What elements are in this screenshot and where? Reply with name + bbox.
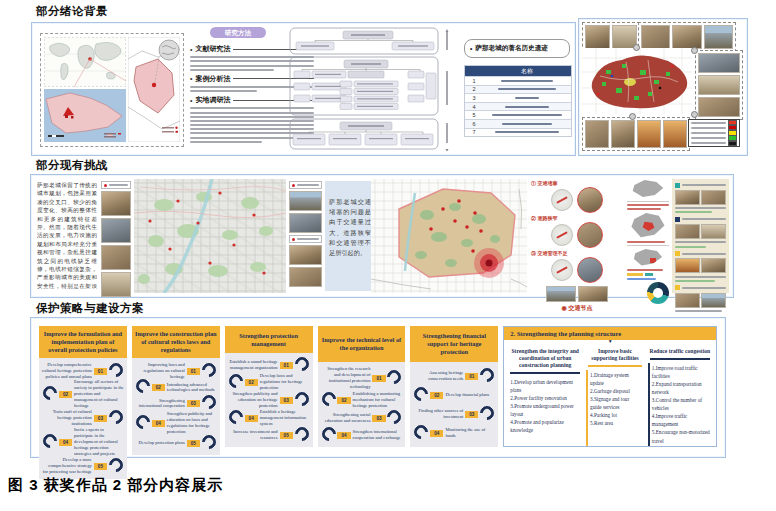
timeline-entry <box>675 216 726 247</box>
planning-column-header: Reduce traffic congestion <box>648 346 712 358</box>
strategy-item: Finding other sources of investment03 <box>413 406 495 422</box>
planning-column-header: Improve basic supporting facilities <box>586 346 644 365</box>
panel-oldcity-map <box>578 18 748 156</box>
ring-icon <box>199 360 219 380</box>
item-number-badge: 05 <box>280 432 293 439</box>
traffic-node-label: ◉ 交通节点 <box>531 304 623 313</box>
item-number-badge: 03 <box>280 397 293 404</box>
strategy-card: Improve the technical level of the organ… <box>318 326 406 447</box>
table-row: 4 <box>465 102 571 111</box>
research-methods-badge: 研究方法 <box>210 27 266 38</box>
photo <box>101 218 131 243</box>
strategy-item: 02Develop financial plans <box>413 387 495 403</box>
panel-strategies: Improve the formulation and implementati… <box>30 317 726 458</box>
planning-structure-card: 2. Strengthening the planning structure … <box>503 326 717 447</box>
world-map <box>44 37 126 87</box>
strategy-item: Strengthen the research and development … <box>321 366 403 390</box>
strategy-item: Strengthen publicity and education on he… <box>228 391 310 409</box>
strategy-item: Improving laws and regulations on cultur… <box>135 362 217 380</box>
card-title: Improve the formulation and implementati… <box>39 326 127 358</box>
ring-icon <box>385 367 405 387</box>
item-number-badge: 04 <box>430 430 443 437</box>
ring-icon <box>133 377 153 397</box>
photo-strip <box>289 181 322 287</box>
panel-intro-background: 研究方法 • 文献研究法 • 案例分析法 • 实地调研法 <box>31 22 576 156</box>
strategy-item: Develop protection plans05 <box>135 435 217 451</box>
card-body: Develop comprehensive cultural heritage … <box>39 358 127 479</box>
photo-strip <box>101 181 131 297</box>
strategy-item: 04Establish a heritage management inform… <box>228 409 310 427</box>
strategy-item: 02Develop laws and regulations for herit… <box>228 373 310 391</box>
strategy-card: Strengthening financial support for heri… <box>410 326 498 447</box>
planning-list: 1.Develop urban development plans 2.Powe… <box>508 377 582 446</box>
yemen-map <box>44 89 126 142</box>
item-number-badge: 03 <box>372 415 385 422</box>
ring-icon <box>477 365 497 385</box>
figure-caption: 图 3 获奖作品 2 部分内容展示 <box>8 476 223 495</box>
legend-chip <box>728 141 737 146</box>
photo-circle <box>577 257 603 283</box>
item-number-badge: 04 <box>245 415 258 422</box>
table-row: 7 <box>465 128 571 137</box>
timeline-marker <box>675 183 680 188</box>
ring-icon <box>292 389 312 409</box>
photo <box>289 213 322 233</box>
ring-icon <box>412 384 432 404</box>
photo <box>289 267 322 287</box>
country-shape <box>631 179 665 199</box>
photo <box>675 258 700 273</box>
timeline-entry <box>675 182 726 213</box>
strip-label <box>101 181 131 189</box>
strategy-item: 02Encourage all sectors of society to pa… <box>42 379 124 409</box>
item-number-badge: 02 <box>245 379 258 386</box>
strategy-card: Strengthen protection management Establi… <box>225 326 313 447</box>
ring-icon <box>385 407 405 427</box>
photo <box>701 224 726 239</box>
ring-icon <box>292 424 312 444</box>
strategy-card: Improve the construction plan of cultura… <box>132 326 220 447</box>
item-number-badge: 02 <box>152 384 165 391</box>
country-silhouette-column <box>627 179 669 293</box>
planning-column-header: Strengthen the integrity and coordinatio… <box>508 346 582 372</box>
panel-existing-challenges: 萨那老城保留了传统的城市规划，包括采用紧凑的交叉口、较少的角度变化、较高的整体性… <box>30 174 734 298</box>
oldcity-traffic-map <box>371 179 527 293</box>
red-dot-icon <box>104 184 107 187</box>
section-heading-intro: 部分绪论背景 <box>36 4 108 19</box>
location-maps-group <box>40 33 184 147</box>
photo <box>663 120 687 148</box>
photo <box>585 120 609 148</box>
ring-icon <box>292 354 312 374</box>
photo <box>698 75 740 95</box>
sites-table: 名称 1 2 3 4 5 6 7 <box>464 65 572 137</box>
item-number-badge: 02 <box>337 397 350 404</box>
ring-icon <box>226 371 246 391</box>
photo <box>698 53 740 73</box>
ring-icon <box>226 407 246 427</box>
strip-label <box>289 181 322 189</box>
item-number-badge: 01 <box>465 373 478 380</box>
country-shape <box>632 248 664 267</box>
traffic-note: 萨那老城交通堵塞的问题是由于交通量过大、道路狭窄和交通管理不足所引起的。 <box>325 181 375 291</box>
strip-label <box>289 235 322 243</box>
strategy-item: Develop comprehensive cultural heritage … <box>42 362 124 380</box>
photo <box>641 25 670 49</box>
timeline-entry <box>675 251 726 282</box>
card-body: Improving laws and regulations on cultur… <box>132 358 220 456</box>
red-dot-icon <box>292 238 295 241</box>
ring-icon <box>477 403 497 423</box>
item-number-badge: 01 <box>372 375 385 382</box>
donut-chart <box>647 282 669 304</box>
node-icon: ◉ <box>562 305 567 311</box>
map-legend <box>688 119 740 147</box>
connector-dot <box>633 44 640 51</box>
item-number-badge: 04 <box>337 432 350 439</box>
photo <box>578 286 608 302</box>
planning-column: Reduce traffic congestion 1.Improve road… <box>648 346 712 446</box>
card-title: Improve the construction plan of cultura… <box>132 326 220 358</box>
city-wide-map <box>134 179 286 293</box>
strategy-item: Train staff of cultural heritage protect… <box>42 409 124 427</box>
photo <box>101 245 131 270</box>
map-crop-circle <box>551 189 573 211</box>
ring-icon <box>106 455 126 475</box>
photo <box>101 191 131 216</box>
